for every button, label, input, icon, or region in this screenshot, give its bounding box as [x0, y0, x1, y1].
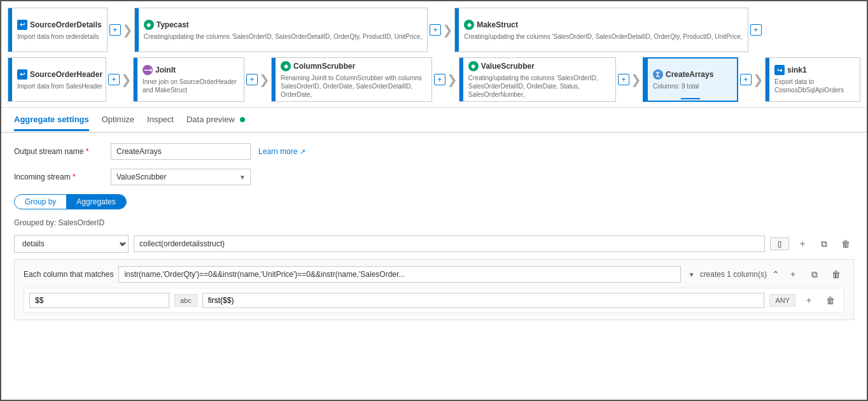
main-container: ↩ SourceOrderDetails Import data from or…	[0, 0, 868, 401]
node-sourceorderdetails[interactable]: ↩ SourceOrderDetails Import data from or…	[8, 8, 108, 52]
settings-area: Aggregate settings Optimize Inspect Data…	[1, 108, 867, 400]
add-after-createarrays[interactable]: +	[740, 74, 752, 85]
node-title-2: ◆ Typecast	[144, 20, 422, 30]
agg-column-select[interactable]: details	[14, 235, 129, 253]
node-makestruct[interactable]: ◆ MakeStruct Creating/updating the colum…	[454, 8, 748, 52]
node-sourceorderheader[interactable]: ↩ SourceOrderHeader Import data from Sal…	[8, 57, 106, 102]
incoming-stream-select-wrapper: ValueScrubber ▼	[111, 169, 251, 185]
each-col-expression-input[interactable]	[118, 266, 680, 283]
node-title-6: ◆ ColumnScrubber	[281, 61, 426, 71]
node-title-5: ⟶ JoinIt	[143, 65, 239, 75]
arrow-3: ❯	[121, 72, 132, 87]
pipeline-row-1: ↩ SourceOrderDetails Import data from or…	[8, 8, 860, 52]
node-content-2: ◆ Typecast Creating/updating the columns…	[139, 17, 427, 43]
incoming-stream-label: Incoming stream *	[14, 172, 103, 181]
node-content: ↩ SourceOrderDetails Import data from or…	[12, 17, 107, 43]
output-stream-input[interactable]	[111, 143, 251, 160]
node-desc-2: Creating/updating the columns 'SalesOrde…	[144, 32, 422, 41]
incoming-stream-select[interactable]: ValueScrubber	[111, 169, 251, 185]
tab-aggregate-settings[interactable]: Aggregate settings	[14, 109, 89, 131]
sink-icon: ↪	[774, 65, 785, 75]
source-icon: ↩	[17, 20, 27, 30]
arrow-7: ❯	[753, 72, 764, 87]
copy-agg-btn[interactable]: ⧉	[816, 236, 832, 252]
arrow-6: ❯	[631, 72, 641, 87]
group-by-toggle-btn[interactable]: Group by	[15, 195, 66, 209]
node-title-7: ◆ ValueScrubber	[468, 61, 610, 71]
tabs-row: Aggregate settings Optimize Inspect Data…	[1, 108, 867, 133]
transform-icon-2: ◆	[144, 20, 154, 30]
delete-inner-row-btn[interactable]: 🗑	[822, 292, 839, 309]
add-agg-btn[interactable]: ＋	[794, 236, 811, 252]
node-title: ↩ SourceOrderDetails	[17, 20, 102, 30]
inner-col-input[interactable]	[29, 293, 169, 308]
aggregates-toggle-btn[interactable]: Aggregates	[66, 195, 125, 209]
delete-agg-btn[interactable]: 🗑	[837, 236, 854, 252]
node-columnscrubber[interactable]: ◆ ColumnScrubber Renaming JoinIt to Colu…	[271, 57, 432, 102]
transform-icon-6: ◆	[281, 61, 291, 71]
inner-expr-input[interactable]	[202, 293, 765, 308]
each-col-label: Each column that matches	[24, 270, 113, 279]
add-inner-row-btn[interactable]: ＋	[801, 292, 817, 309]
node-content-9: ↪ sink1 Export data to CosmosDbSqlApiOrd…	[769, 62, 860, 97]
transform-icon-5: ⟶	[143, 65, 153, 75]
node-desc-5: Inner join on SourceOrderHeader and Make…	[143, 78, 239, 94]
node-content-5: ⟶ JoinIt Inner join on SourceOrderHeader…	[137, 62, 244, 97]
tab-inspect[interactable]: Inspect	[147, 109, 174, 131]
grouped-by-label: Grouped by: SalesOrderID	[14, 218, 854, 227]
add-after-valuescrubber[interactable]: +	[618, 74, 629, 85]
incoming-stream-row: Incoming stream * ValueScrubber ▼	[14, 169, 854, 185]
tab-optimize[interactable]: Optimize	[102, 109, 134, 131]
learn-more-link[interactable]: Learn more ↗	[258, 147, 305, 156]
each-col-chevron-icon: ▼	[689, 271, 695, 278]
node-valuescrubber[interactable]: ◆ ValueScrubber Creating/updating the co…	[459, 57, 616, 102]
node-typecast[interactable]: ◆ Typecast Creating/updating the columns…	[134, 8, 428, 52]
creates-label: creates 1 column(s)	[700, 270, 767, 279]
active-underline	[681, 98, 700, 99]
add-after-makestruct[interactable]: +	[750, 24, 762, 36]
node-title-3: ◆ MakeStruct	[464, 20, 742, 30]
required-star-2: *	[73, 172, 76, 181]
data-preview-indicator	[240, 117, 245, 122]
output-stream-label: Output stream name *	[14, 147, 103, 156]
expand-icon[interactable]: ⌃	[772, 269, 780, 279]
node-content-4: ↩ SourceOrderHeader Import data from Sal…	[12, 67, 108, 93]
node-createarrays[interactable]: Σ CreateArrays Columns: 9 total	[643, 57, 738, 102]
node-content-8: Σ CreateArrays Columns: 9 total	[648, 67, 737, 93]
arrow-5: ❯	[447, 72, 458, 87]
node-title-4: ↩ SourceOrderHeader	[17, 69, 102, 80]
inner-col-type-badge: abc	[174, 294, 197, 307]
settings-content: Output stream name * Learn more ↗ Incomi…	[1, 133, 867, 330]
node-desc-4: Import data from SalesHeader	[17, 82, 102, 90]
node-sink1[interactable]: ↪ sink1 Export data to CosmosDbSqlApiOrd…	[765, 57, 860, 102]
add-each-col-btn[interactable]: ＋	[785, 266, 801, 283]
copy-each-col-btn[interactable]: ⧉	[806, 266, 823, 283]
node-joinit[interactable]: ⟶ JoinIt Inner join on SourceOrderHeader…	[133, 57, 244, 102]
aggregate-icon: Σ	[653, 69, 663, 80]
transform-icon-3: ◆	[464, 20, 474, 30]
tab-data-preview[interactable]: Data preview	[186, 109, 245, 131]
external-link-icon: ↗	[300, 148, 305, 156]
node-title-9: ↪ sink1	[774, 65, 855, 75]
add-after-columnscrubber[interactable]: +	[434, 74, 445, 85]
inner-row: abc ANY ＋ 🗑	[24, 288, 844, 313]
agg-expression-input[interactable]	[134, 236, 765, 252]
node-desc: Import data from orderdetails	[17, 32, 102, 41]
add-after-typecast[interactable]: +	[430, 24, 441, 36]
node-content-6: ◆ ColumnScrubber Renaming JoinIt to Colu…	[276, 59, 431, 101]
aggregate-row: details ▼ [] ＋ ⧉ 🗑	[14, 235, 854, 253]
pipeline-area: ↩ SourceOrderDetails Import data from or…	[1, 1, 867, 108]
add-after-joinit[interactable]: +	[246, 74, 258, 85]
add-after-sourceorderdetails[interactable]: +	[109, 24, 121, 36]
node-content-7: ◆ ValueScrubber Creating/updating the co…	[463, 59, 615, 101]
inner-expr-type-badge: ANY	[769, 294, 795, 307]
toggle-row: Group by Aggregates	[14, 194, 854, 209]
output-stream-row: Output stream name * Learn more ↗	[14, 143, 854, 160]
add-after-sourceorderheader[interactable]: +	[108, 74, 120, 85]
node-desc-6: Renaming JoinIt to ColumnScrubber with c…	[281, 74, 426, 99]
toggle-group: Group by Aggregates	[14, 194, 127, 209]
agg-col-select-wrapper: details ▼	[14, 235, 129, 253]
delete-each-col-btn[interactable]: 🗑	[828, 266, 844, 283]
source-icon-2: ↩	[17, 69, 27, 80]
node-desc-3: Creating/updating the columns 'SalesOrde…	[464, 32, 742, 41]
